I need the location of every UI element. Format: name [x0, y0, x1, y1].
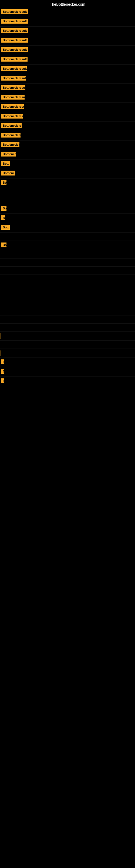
bottleneck-row: Bott	[0, 159, 135, 169]
bottleneck-row: Bottleneck result	[0, 45, 135, 55]
bottleneck-badge: Bottleneck res	[1, 123, 21, 128]
bottleneck-row: Bottleneck result	[0, 102, 135, 112]
badges-container: Bottleneck resultBottleneck resultBottle…	[0, 8, 135, 386]
bottleneck-badge: Bottleneck re	[1, 142, 19, 147]
bottleneck-row: B	[0, 377, 135, 386]
bottleneck-badge: B	[1, 378, 4, 383]
bottleneck-row	[0, 291, 135, 299]
bottleneck-row	[0, 323, 135, 332]
bottleneck-badge: B	[1, 360, 4, 364]
bottleneck-row: Bo	[0, 241, 135, 250]
bottleneck-row: Bott	[0, 223, 135, 233]
bottleneck-row	[0, 258, 135, 267]
bottleneck-badge: B	[1, 369, 4, 374]
bottleneck-row: Bottlenec	[0, 150, 135, 159]
bottleneck-badge: Bottleneck result	[1, 95, 25, 99]
bottleneck-row: B	[0, 367, 135, 377]
bottleneck-row: Bottleneck result	[0, 55, 135, 65]
bottleneck-row: Bottleneck res	[0, 131, 135, 141]
bottleneck-row	[0, 299, 135, 307]
bottleneck-row	[0, 196, 135, 204]
bottleneck-badge: Bottleneck result	[1, 47, 28, 52]
bottleneck-badge: Bottleneck result	[1, 9, 28, 14]
bottleneck-row	[0, 332, 135, 341]
bottleneck-row	[0, 315, 135, 323]
bottleneck-badge: Bo	[1, 206, 6, 211]
vertical-marker	[1, 350, 1, 356]
bottleneck-row	[0, 233, 135, 241]
bottleneck-badge: B	[1, 215, 5, 220]
bottleneck-row	[0, 250, 135, 258]
site-header: TheBottlenecker.com	[0, 0, 135, 8]
bottleneck-badge: Bottleneck result	[1, 57, 28, 62]
bottleneck-row: Bottleneck result	[0, 112, 135, 122]
bottleneck-badge: Bottleneck result	[1, 76, 26, 81]
bottleneck-row: Bottleneck result	[0, 93, 135, 102]
bottleneck-badge: Bottleneck result	[1, 19, 28, 24]
bottleneck-badge: Bottleneck result	[1, 85, 26, 90]
bottleneck-row: Bottleneck result	[0, 36, 135, 45]
bottleneck-row: Bo	[0, 204, 135, 214]
bottleneck-badge: Bottlene	[1, 170, 15, 176]
bottleneck-row: Bottleneck re	[0, 141, 135, 150]
bottleneck-badge: Bottleneck result	[1, 38, 28, 42]
bottleneck-row	[0, 188, 135, 196]
bottleneck-row: Bo	[0, 179, 135, 188]
bottleneck-badge: Bott	[1, 225, 10, 230]
vertical-marker	[1, 333, 1, 339]
site-title: TheBottlenecker.com	[0, 0, 135, 8]
bottleneck-badge: Bottleneck res	[1, 133, 20, 137]
bottleneck-row	[0, 341, 135, 349]
bottleneck-badge: Bottlenec	[1, 152, 16, 156]
bottleneck-row: Bottleneck result	[0, 84, 135, 93]
bottleneck-row	[0, 267, 135, 275]
bottleneck-badge: Bo	[1, 243, 6, 247]
bottleneck-row: B	[0, 358, 135, 367]
bottleneck-row: Bottleneck result	[0, 8, 135, 17]
bottleneck-badge: Bottleneck result	[1, 28, 28, 33]
bottleneck-row	[0, 349, 135, 358]
bottleneck-row: Bottlene	[0, 169, 135, 179]
bottleneck-row	[0, 275, 135, 283]
bottleneck-row	[0, 283, 135, 291]
bottleneck-badge: Bottleneck result	[1, 104, 24, 109]
bottleneck-row: B	[0, 214, 135, 223]
bottleneck-badge: Bo	[1, 180, 6, 185]
bottleneck-row: Bottleneck result	[0, 65, 135, 74]
bottleneck-badge: Bottleneck result	[1, 114, 23, 119]
bottleneck-row: Bottleneck result	[0, 74, 135, 84]
bottleneck-row: Bottleneck result	[0, 17, 135, 27]
bottleneck-badge: Bott	[1, 161, 10, 166]
bottleneck-row: Bottleneck result	[0, 27, 135, 36]
bottleneck-badge: Bottleneck result	[1, 66, 27, 71]
bottleneck-row: Bottleneck res	[0, 122, 135, 131]
bottleneck-row	[0, 307, 135, 315]
